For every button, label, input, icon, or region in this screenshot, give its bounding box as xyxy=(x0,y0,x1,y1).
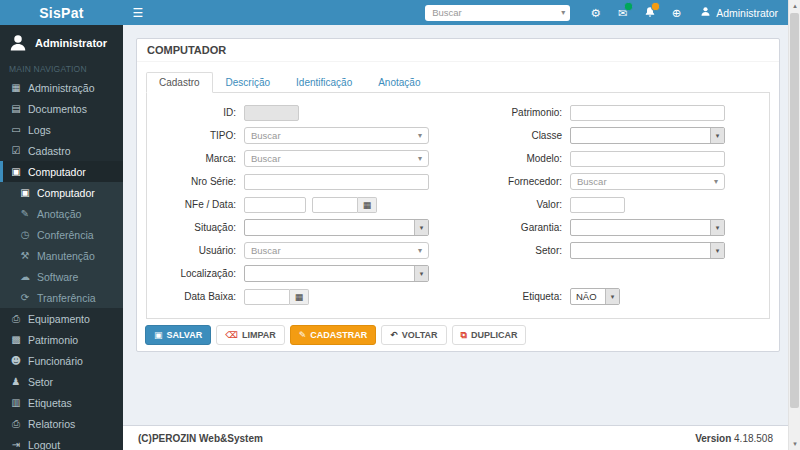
usuario-label: Usuário: xyxy=(149,245,244,256)
sidebar-item-logout[interactable]: ⇥ Logout xyxy=(0,434,123,450)
back-button[interactable]: ↶ VOLTAR xyxy=(381,325,446,345)
scroll-down-icon[interactable]: ▾ xyxy=(789,438,800,450)
vertical-scrollbar[interactable]: ▴ ▾ xyxy=(788,0,800,450)
nfe-input[interactable] xyxy=(244,197,306,213)
sidebar-user-panel: Administrator xyxy=(0,25,123,59)
tab-anotacao[interactable]: Anotação xyxy=(365,72,433,93)
save-button[interactable]: ▣ SALVAR xyxy=(145,325,211,345)
sidebar-subitem-manutencao[interactable]: ⚒ Manutenção xyxy=(0,245,123,266)
app-logo[interactable]: SisPat xyxy=(0,0,123,25)
sidebar-user-name: Administrator xyxy=(35,37,107,49)
notifications-icon[interactable] xyxy=(636,0,663,25)
sidebar-subitem-tranferencia[interactable]: ⟳ Tranferência xyxy=(0,287,123,308)
patrimonio-label: Patrimonio: xyxy=(455,107,570,118)
tab-label: Anotação xyxy=(378,77,420,88)
nfe-date-input[interactable] xyxy=(312,197,358,213)
wrench-icon: ⚒ xyxy=(19,250,31,261)
scrollbar-thumb[interactable] xyxy=(790,13,799,408)
nro-serie-input[interactable] xyxy=(244,174,429,190)
sidebar-item-etiquetas[interactable]: ▥ Etiquetas xyxy=(0,392,123,413)
garantia-label: Garantia: xyxy=(455,222,570,233)
usuario-select[interactable]: Buscar ▾ xyxy=(244,242,429,259)
tipo-label: TIPO: xyxy=(149,130,244,141)
messages-icon[interactable]: ✉ xyxy=(609,0,636,25)
usuario-placeholder: Buscar xyxy=(251,245,281,256)
sidebar-subitem-conferencia[interactable]: ◷ Conferência xyxy=(0,224,123,245)
tab-descricao[interactable]: Descrição xyxy=(213,72,283,93)
user-menu[interactable]: Administrator xyxy=(690,6,788,19)
sidebar-item-documentos[interactable]: ▤ Documentos xyxy=(0,98,123,119)
situacao-select[interactable]: ▾ xyxy=(244,219,429,236)
sidebar-item-label: Tranferência xyxy=(37,292,96,304)
modelo-input[interactable] xyxy=(570,151,725,167)
sidebar-item-label: Manutenção xyxy=(37,250,95,262)
etiqueta-select[interactable]: NÃO ▾ xyxy=(570,288,620,305)
scroll-up-icon[interactable]: ▴ xyxy=(789,0,800,12)
setor-select[interactable]: ▾ xyxy=(570,242,725,259)
topbar-search[interactable]: ▾ xyxy=(425,5,570,21)
localizacao-select[interactable]: ▾ xyxy=(244,265,429,282)
chevron-down-icon: ▾ xyxy=(605,289,619,304)
user-menu-label: Administrator xyxy=(716,7,778,19)
classe-select[interactable]: ▾ xyxy=(570,127,725,144)
sidebar-subitem-software[interactable]: ☁ Software xyxy=(0,266,123,287)
form-row: Marca: Buscar ▾ Modelo: xyxy=(149,147,761,170)
sidebar-item-computador[interactable]: ▣ Computador xyxy=(0,161,123,182)
tab-cadastro[interactable]: Cadastro xyxy=(146,72,213,93)
duplicate-button[interactable]: ⧉ DUPLICAR xyxy=(452,325,527,345)
menu-toggle-icon[interactable]: ☰ xyxy=(123,0,153,25)
version-label: Version xyxy=(695,433,731,444)
etiqueta-label: Etiqueta: xyxy=(455,291,570,302)
printer-icon: ⎙ xyxy=(10,418,22,430)
fornecedor-select[interactable]: Buscar ▾ xyxy=(570,173,725,190)
setor-label: Setor: xyxy=(455,245,570,256)
button-label: LIMPAR xyxy=(242,330,276,340)
valor-input[interactable] xyxy=(570,197,625,213)
sidebar-item-label: Etiquetas xyxy=(28,397,72,409)
refresh-icon: ⟳ xyxy=(19,292,31,303)
sidebar-subitem-anotacao[interactable]: ✎ Anotação xyxy=(0,203,123,224)
sidebar-section-label: MAIN NAVIGATION xyxy=(0,59,123,77)
sidebar-item-cadastro[interactable]: ☑ Cadastro xyxy=(0,140,123,161)
settings-gear-icon[interactable]: ⚙ xyxy=(582,0,609,25)
tipo-select[interactable]: Buscar ▾ xyxy=(244,127,429,144)
marca-placeholder: Buscar xyxy=(251,153,281,164)
tags-icon: ▥ xyxy=(10,397,22,408)
desktop-icon: ▣ xyxy=(19,187,31,198)
calendar-icon[interactable]: ▦ xyxy=(358,197,377,213)
sidebar-item-logs[interactable]: ▭ Logs xyxy=(0,119,123,140)
content-area: COMPUTADOR Cadastro Descrição Identifica… xyxy=(123,25,788,450)
etiqueta-value: NÃO xyxy=(571,291,597,302)
sidebar-item-setor[interactable]: ♟ Setor xyxy=(0,371,123,392)
localizacao-label: Localização: xyxy=(149,268,244,279)
register-button[interactable]: ✎ CADASTRAR xyxy=(290,325,377,345)
tipo-placeholder: Buscar xyxy=(251,130,281,141)
edit-icon: ✎ xyxy=(299,331,307,340)
cloud-icon: ☁ xyxy=(19,271,31,282)
tab-bar: Cadastro Descrição Identificação Anotaçã… xyxy=(146,72,770,92)
marca-label: Marca: xyxy=(149,153,244,164)
chevron-down-icon: ▾ xyxy=(414,220,428,235)
sidebar-subitem-computador[interactable]: ▣ Computador xyxy=(0,182,123,203)
calendar-icon[interactable]: ▦ xyxy=(290,289,309,305)
sidebar-item-label: Administração xyxy=(28,82,95,94)
footer-version: Version 4.18.508 xyxy=(695,433,773,444)
data-baixa-input[interactable] xyxy=(244,289,290,305)
desktop-icon: ▣ xyxy=(10,166,22,177)
add-circle-icon[interactable]: ⊕ xyxy=(663,0,690,25)
sidebar-item-equipamento[interactable]: ⎙ Equipamento xyxy=(0,308,123,329)
search-input[interactable] xyxy=(430,6,561,19)
sidebar-item-administracao[interactable]: ▦ Administração xyxy=(0,77,123,98)
clear-button[interactable]: ⌫ LIMPAR xyxy=(216,325,285,345)
marca-select[interactable]: Buscar ▾ xyxy=(244,150,429,167)
sidebar-item-funcionario[interactable]: ☻ Funcionário xyxy=(0,350,123,371)
check-square-icon: ☑ xyxy=(10,145,22,156)
sidebar-item-label: Anotação xyxy=(37,208,81,220)
patrimonio-input[interactable] xyxy=(570,105,725,121)
sidebar-item-patrimonio[interactable]: ▩ Patrimonio xyxy=(0,329,123,350)
tab-identificacao[interactable]: Identificação xyxy=(283,72,365,93)
tab-label: Identificação xyxy=(296,77,352,88)
garantia-select[interactable]: ▾ xyxy=(570,219,725,236)
sidebar-item-relatorios[interactable]: ⎙ Relatorios xyxy=(0,413,123,434)
pencil-icon: ✎ xyxy=(19,208,31,219)
